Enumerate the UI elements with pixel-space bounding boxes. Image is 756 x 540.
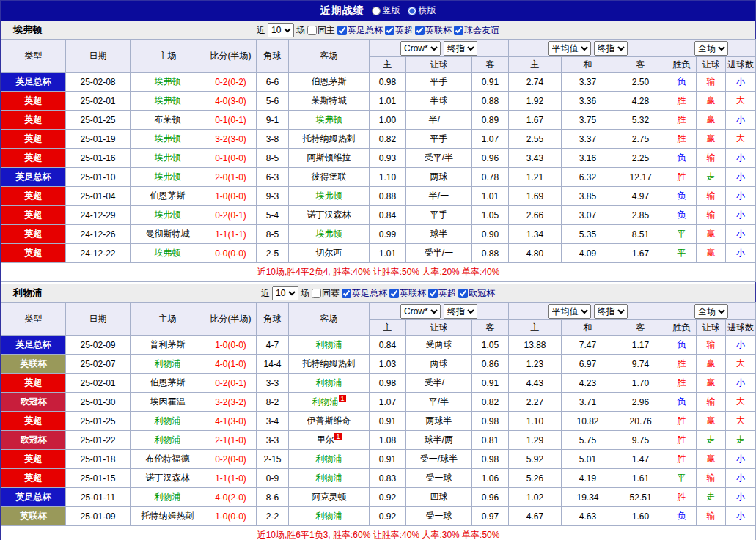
home-team[interactable]: 埃弗顿 bbox=[131, 168, 205, 187]
scope-select[interactable]: 全场 bbox=[694, 41, 728, 56]
same-condition-checkbox[interactable] bbox=[307, 26, 317, 35]
home-team[interactable]: 利物浦 bbox=[131, 412, 205, 431]
match-score[interactable]: 0-0(0-0) bbox=[205, 244, 257, 263]
away-team[interactable]: 伊普斯维奇 bbox=[289, 412, 370, 431]
home-team[interactable]: 埃弗顿 bbox=[131, 73, 205, 92]
home-team[interactable]: 埃弗顿 bbox=[131, 92, 205, 111]
match-score[interactable]: 0-2(0-1) bbox=[205, 374, 257, 393]
away-team[interactable]: 利物浦1 bbox=[289, 393, 370, 412]
match-score[interactable]: 1-0(0-0) bbox=[205, 187, 257, 206]
odds-company-select[interactable]: Crow* bbox=[400, 41, 441, 56]
same-condition-checkbox[interactable] bbox=[312, 289, 321, 298]
match-score[interactable]: 3-2(3-0) bbox=[205, 130, 257, 149]
match-count-select[interactable]: 10 bbox=[268, 23, 294, 37]
home-team[interactable]: 诺丁汉森林 bbox=[131, 469, 205, 488]
competition-filter[interactable]: 英足总杯 bbox=[337, 24, 383, 37]
vertical-radio[interactable] bbox=[372, 7, 381, 15]
home-team[interactable]: 托特纳姆热刺 bbox=[131, 507, 205, 526]
competition-filter[interactable]: 球会友谊 bbox=[454, 24, 499, 37]
view-option-vertical[interactable]: 竖版 bbox=[372, 4, 400, 17]
avg-odds-select[interactable]: 平均值 bbox=[548, 304, 591, 319]
odds-time-select[interactable]: 终指 bbox=[444, 41, 477, 56]
match-score[interactable]: 1-0(0-0) bbox=[205, 507, 257, 526]
away-team[interactable]: 托特纳姆热刺 bbox=[289, 355, 370, 374]
average-odds-cell: 4.80 bbox=[509, 244, 562, 263]
competition-filter[interactable]: 英超 bbox=[385, 24, 413, 37]
competition-filter[interactable]: 英足总杯 bbox=[342, 287, 387, 300]
away-team[interactable]: 托特纳姆热刺 bbox=[289, 130, 370, 149]
home-team[interactable]: 埃弗顿 bbox=[131, 130, 205, 149]
competition-checkbox[interactable] bbox=[389, 289, 399, 298]
home-team[interactable]: 伯恩茅斯 bbox=[131, 187, 205, 206]
competition-filter[interactable]: 英超 bbox=[428, 287, 456, 300]
home-team[interactable]: 布伦特福德 bbox=[131, 450, 205, 469]
away-team[interactable]: 埃弗顿 bbox=[289, 225, 370, 244]
result-cell: 胜 bbox=[667, 488, 697, 507]
odds-time-select[interactable]: 终指 bbox=[594, 41, 628, 56]
away-team[interactable]: 利物浦 bbox=[289, 336, 370, 355]
competition-checkbox[interactable] bbox=[458, 289, 468, 298]
home-team[interactable]: 利物浦 bbox=[131, 431, 205, 450]
match-score[interactable]: 1-1(1-0) bbox=[205, 469, 257, 488]
avg-odds-select[interactable]: 平均值 bbox=[548, 41, 591, 56]
home-team[interactable]: 埃弗顿 bbox=[131, 244, 205, 263]
competition-checkbox[interactable] bbox=[385, 26, 394, 35]
match-score[interactable]: 0-1(0-1) bbox=[205, 111, 257, 130]
away-team[interactable]: 利物浦 bbox=[289, 469, 370, 488]
odds-time-select[interactable]: 终指 bbox=[444, 304, 477, 319]
away-team[interactable]: 埃弗顿 bbox=[289, 111, 370, 130]
home-team[interactable]: 伯恩茅斯 bbox=[131, 374, 205, 393]
match-score[interactable]: 0-2(0-0) bbox=[205, 450, 257, 469]
corner-score: 3-3 bbox=[257, 431, 289, 450]
competition-filter[interactable]: 英联杯 bbox=[389, 287, 426, 300]
same-condition-filter[interactable]: 同赛 bbox=[312, 287, 340, 300]
away-team[interactable]: 利物浦 bbox=[289, 374, 370, 393]
home-team[interactable]: 利物浦 bbox=[131, 488, 205, 507]
horizontal-radio[interactable] bbox=[408, 7, 416, 15]
scope-select[interactable]: 全场 bbox=[694, 304, 728, 319]
home-team[interactable]: 曼彻斯特城 bbox=[131, 225, 205, 244]
match-score[interactable]: 0-2(0-1) bbox=[205, 206, 257, 225]
competition-checkbox[interactable] bbox=[415, 26, 425, 35]
away-team[interactable]: 切尔西 bbox=[289, 244, 370, 263]
match-score[interactable]: 4-0(1-0) bbox=[205, 355, 257, 374]
home-team[interactable]: 埃弗顿 bbox=[131, 206, 205, 225]
away-team[interactable]: 伯恩茅斯 bbox=[289, 73, 370, 92]
match-score[interactable]: 1-0(0-0) bbox=[205, 336, 257, 355]
match-score[interactable]: 4-0(2-0) bbox=[205, 488, 257, 507]
match-score[interactable]: 3-2(3-2) bbox=[205, 393, 257, 412]
match-score[interactable]: 0-1(0-0) bbox=[205, 149, 257, 168]
competition-filter[interactable]: 欧冠杯 bbox=[458, 287, 495, 300]
same-condition-filter[interactable]: 同主 bbox=[307, 24, 335, 37]
away-team[interactable]: 利物浦 bbox=[289, 507, 370, 526]
match-count-select[interactable]: 10 bbox=[272, 286, 298, 300]
competition-checkbox[interactable] bbox=[454, 26, 463, 35]
result-cell: 大 bbox=[726, 92, 756, 111]
home-team[interactable]: 埃弗顿 bbox=[131, 149, 205, 168]
away-team[interactable]: 阿克灵顿 bbox=[289, 488, 370, 507]
view-option-horizontal[interactable]: 横版 bbox=[408, 4, 436, 17]
away-team[interactable]: 埃弗顿 bbox=[289, 187, 370, 206]
away-team[interactable]: 里尔1 bbox=[289, 431, 370, 450]
match-score[interactable]: 2-0(1-0) bbox=[205, 168, 257, 187]
home-team[interactable]: 埃因霍温 bbox=[131, 393, 205, 412]
match-score[interactable]: 4-0(3-0) bbox=[205, 92, 257, 111]
match-score[interactable]: 4-1(3-0) bbox=[205, 412, 257, 431]
match-score[interactable]: 0-2(0-2) bbox=[205, 73, 257, 92]
competition-checkbox[interactable] bbox=[337, 26, 347, 35]
away-team[interactable]: 诺丁汉森林 bbox=[289, 206, 370, 225]
competition-checkbox[interactable] bbox=[428, 289, 438, 298]
odds-time-select[interactable]: 终指 bbox=[594, 304, 628, 319]
competition-filter[interactable]: 英联杯 bbox=[415, 24, 452, 37]
competition-checkbox[interactable] bbox=[342, 289, 351, 298]
home-team[interactable]: 普利茅斯 bbox=[131, 336, 205, 355]
home-team[interactable]: 布莱顿 bbox=[131, 111, 205, 130]
odds-company-select[interactable]: Crow* bbox=[400, 304, 441, 319]
match-score[interactable]: 1-1(1-1) bbox=[205, 225, 257, 244]
away-team[interactable]: 阿斯顿维拉 bbox=[289, 149, 370, 168]
match-score[interactable]: 2-1(1-0) bbox=[205, 431, 257, 450]
home-team[interactable]: 利物浦 bbox=[131, 355, 205, 374]
away-team[interactable]: 彼得堡联 bbox=[289, 168, 370, 187]
away-team[interactable]: 莱斯特城 bbox=[289, 92, 370, 111]
away-team[interactable]: 利物浦 bbox=[289, 450, 370, 469]
